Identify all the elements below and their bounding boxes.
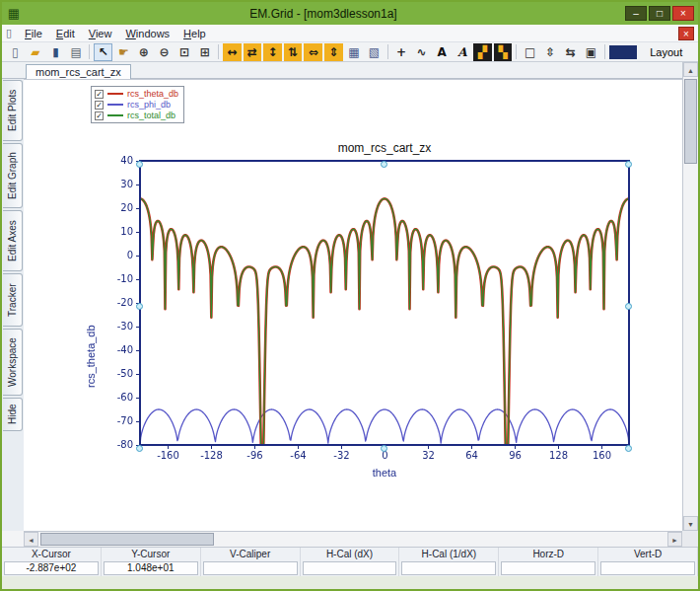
menu-edit[interactable]: Edit: [49, 27, 82, 40]
add-cursor-icon[interactable]: +: [392, 43, 411, 61]
sidebar-item-workspace[interactable]: Workspace: [3, 329, 23, 396]
scroll-right-button[interactable]: ►: [667, 532, 682, 547]
status-header: V-Caliper: [201, 548, 300, 561]
select-arrow-icon[interactable]: ↖: [94, 43, 112, 61]
plot-resize-handle-top-right[interactable]: [625, 161, 632, 168]
toolbar-separator: [516, 44, 517, 59]
scroll-up-button[interactable]: ▲: [683, 62, 698, 77]
frame-box-icon[interactable]: □: [521, 43, 539, 61]
legend-box: ✓ rcs_theta_db ✓ rcs_phi_db ✓ rcs_total_…: [91, 86, 184, 123]
fill-pattern-icon[interactable]: ▞: [473, 43, 492, 61]
status-value: [303, 561, 397, 575]
scroll-left-button[interactable]: ◄: [24, 532, 38, 547]
scroll-x-axis-icon[interactable]: ⇄: [244, 43, 262, 61]
legend-label: rcs_phi_db: [127, 100, 171, 110]
sidebar-item-edit-graph[interactable]: Edit Graph: [3, 143, 23, 208]
sidebar-item-hide[interactable]: Hide: [3, 398, 23, 431]
layout-dropdown[interactable]: Layout ▾: [639, 43, 694, 61]
save-icon[interactable]: ▮: [46, 43, 65, 61]
chart-region: mom_rcs_cart_zx theta rcs_theta_db: [81, 141, 672, 484]
maximize-button[interactable]: □: [649, 6, 670, 21]
legend-item: ✓ rcs_total_db: [95, 111, 178, 120]
legend-checkbox[interactable]: ✓: [95, 90, 104, 99]
scroll-down-button[interactable]: ▼: [683, 516, 698, 531]
toolbar-separator: [89, 44, 90, 59]
toolbar: ▯ ▰ ▮ ▤ ↖ ☛ ⊕ ⊖ ⊡ ⊞ ↔ ⇄ ↕ ⇅ ⇔ ⇕: [2, 42, 698, 62]
plot-resize-handle-bottom-mid[interactable]: [381, 445, 387, 452]
close-document-button[interactable]: ×: [678, 27, 694, 40]
titlebar[interactable]: ▦ EM.Grid - [mom3dlesson1a] – □ ×: [2, 2, 698, 25]
horizontal-scroll-thumb[interactable]: [40, 533, 214, 546]
sidebar: Edit Plots Edit Graph Edit Axes Tracker …: [2, 79, 24, 531]
legend-checkbox[interactable]: ✓: [95, 111, 104, 120]
expand-x-axis-icon[interactable]: ↔: [223, 43, 242, 61]
toolbar-separator: [387, 44, 388, 59]
status-value: [401, 561, 496, 575]
legend-checkbox[interactable]: ✓: [95, 101, 104, 110]
italic-text-icon[interactable]: A: [454, 43, 472, 61]
status-header: Vert-D: [598, 548, 697, 561]
y-axis-label: rcs_theta_db: [85, 250, 97, 388]
line-pattern-icon[interactable]: ▚: [494, 43, 513, 61]
autoscale-axes-icon[interactable]: ⇕: [324, 43, 343, 61]
menu-view[interactable]: View: [82, 27, 119, 40]
horizontal-scrollbar[interactable]: ◄ ►: [24, 531, 682, 547]
app-window: ▦ EM.Grid - [mom3dlesson1a] – □ × ▯ File…: [0, 0, 700, 591]
status-header: H-Cal (dX): [301, 548, 399, 561]
fit-horizontal-icon[interactable]: ⇆: [562, 43, 581, 61]
status-value: [600, 561, 695, 575]
status-value: 1.048e+01: [104, 561, 198, 575]
print-icon[interactable]: ▤: [67, 43, 86, 61]
close-button[interactable]: ×: [672, 6, 694, 21]
sidebar-item-edit-plots[interactable]: Edit Plots: [3, 80, 23, 141]
pan-hand-icon[interactable]: ☛: [114, 43, 133, 61]
line-color-swatch[interactable]: [609, 45, 637, 59]
status-x-cursor: X-Cursor -2.887e+02: [2, 548, 102, 576]
status-v-caliper: V-Caliper: [201, 548, 301, 576]
zoom-window-icon[interactable]: ⊡: [175, 43, 194, 61]
tab-mom-rcs-cart-zx[interactable]: mom_rcs_cart_zx: [26, 64, 131, 79]
scroll-y-axis-icon[interactable]: ⇅: [284, 43, 303, 61]
vertical-scroll-thumb[interactable]: [684, 79, 697, 164]
zoom-fit-icon[interactable]: ⊞: [195, 43, 214, 61]
statusbar: X-Cursor -2.887e+02 Y-Cursor 1.048e+01 V…: [2, 547, 698, 576]
tile-windows-icon[interactable]: ▣: [582, 43, 600, 61]
plot-resize-handle-top-mid[interactable]: [381, 161, 387, 168]
plot-resize-handle-bottom-right[interactable]: [625, 445, 632, 452]
document-icon: ▯: [6, 27, 12, 39]
legend-line-swatch: [107, 104, 123, 106]
app-icon: ▦: [6, 6, 22, 22]
status-header: X-Cursor: [2, 548, 101, 561]
menu-windows[interactable]: Windows: [118, 27, 176, 40]
legend-label: rcs_theta_db: [127, 89, 178, 99]
zoom-in-icon[interactable]: ⊕: [135, 43, 154, 61]
plot-resize-handle-mid-left[interactable]: [136, 303, 143, 310]
fit-vertical-icon[interactable]: ⇳: [541, 43, 560, 61]
status-horz-d: Horz-D: [499, 548, 598, 576]
expand-xy-axes-icon[interactable]: ⇔: [304, 43, 322, 61]
menubar: ▯ File Edit View Windows Help ×: [2, 25, 698, 42]
minimize-button[interactable]: –: [625, 6, 647, 21]
sidebar-item-tracker[interactable]: Tracker: [3, 273, 23, 327]
plot-canvas[interactable]: [81, 145, 672, 471]
new-file-icon[interactable]: ▯: [6, 43, 25, 61]
open-folder-icon[interactable]: ▰: [27, 43, 45, 61]
grid-panel-icon[interactable]: ▦: [345, 43, 364, 61]
sidebar-item-edit-axes[interactable]: Edit Axes: [3, 210, 23, 271]
plot-resize-handle-top-left[interactable]: [136, 161, 143, 168]
add-text-icon[interactable]: A: [433, 43, 452, 61]
window-footer: [2, 576, 698, 589]
menu-help[interactable]: Help: [176, 27, 213, 40]
plot-resize-handle-mid-right[interactable]: [625, 303, 632, 310]
menu-file[interactable]: File: [18, 27, 49, 40]
legend-item: ✓ rcs_theta_db: [95, 89, 178, 99]
plot-resize-handle-bottom-left[interactable]: [136, 445, 143, 452]
legend-panel-icon[interactable]: ▧: [365, 43, 384, 61]
status-h-cal-1dx: H-Cal (1/dX): [399, 548, 499, 576]
expand-y-axis-icon[interactable]: ↕: [263, 43, 282, 61]
zoom-out-icon[interactable]: ⊖: [155, 43, 174, 61]
legend-line-swatch: [107, 114, 123, 116]
tracker-curve-icon[interactable]: ∿: [412, 43, 431, 61]
vertical-scrollbar[interactable]: ▲ ▼: [682, 62, 698, 531]
legend-label: rcs_total_db: [127, 111, 175, 120]
